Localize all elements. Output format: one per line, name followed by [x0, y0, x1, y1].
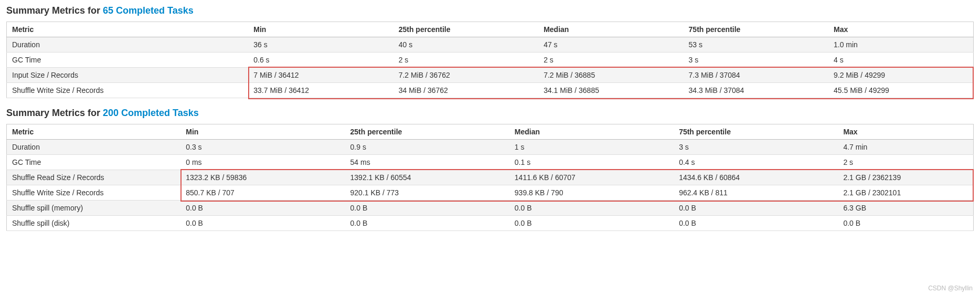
col-min: Min: [180, 124, 345, 140]
cell-p75: 7.3 MiB / 37084: [684, 68, 828, 83]
cell-metric: Shuffle spill (disk): [7, 216, 181, 231]
completed-tasks-link-1[interactable]: 65 Completed Tasks: [103, 5, 194, 16]
cell-min: 33.7 MiB / 36412: [248, 83, 393, 98]
cell-p75: 3 s: [674, 140, 838, 155]
cell-max: 2 s: [838, 155, 973, 170]
cell-max: 2.1 GB / 2302101: [838, 185, 973, 201]
col-median: Median: [538, 22, 683, 37]
cell-max: 45.5 MiB / 49299: [828, 83, 974, 98]
cell-p25: 54 ms: [345, 155, 509, 170]
cell-median: 0.1 s: [509, 155, 674, 170]
cell-p25: 1392.1 KB / 60554: [345, 170, 509, 185]
table-header-row: Metric Min 25th percentile Median 75th p…: [7, 22, 974, 37]
cell-max: 4.7 min: [838, 140, 973, 155]
cell-metric: GC Time: [7, 52, 249, 68]
cell-min: 0.3 s: [180, 140, 345, 155]
cell-median: 939.8 KB / 790: [509, 185, 674, 201]
cell-min: 0 ms: [180, 155, 345, 170]
col-median: Median: [509, 124, 674, 140]
table-row: GC Time 0.6 s 2 s 2 s 3 s 4 s: [7, 52, 974, 68]
cell-min: 36 s: [248, 37, 393, 52]
table-row: GC Time 0 ms 54 ms 0.1 s 0.4 s 2 s: [7, 155, 974, 170]
cell-min: 1323.2 KB / 59836: [180, 170, 345, 185]
cell-p75: 3 s: [684, 52, 828, 68]
cell-metric: Duration: [7, 37, 249, 52]
summary-title-2: Summary Metrics for 200 Completed Tasks: [6, 108, 974, 119]
col-metric: Metric: [7, 124, 181, 140]
cell-median: 2 s: [538, 52, 683, 68]
table-row: Shuffle Write Size / Records 33.7 MiB / …: [7, 83, 974, 98]
table-row: Input Size / Records 7 MiB / 36412 7.2 M…: [7, 68, 974, 83]
col-max: Max: [838, 124, 973, 140]
cell-p25: 7.2 MiB / 36762: [393, 68, 538, 83]
cell-max: 6.3 GB: [838, 201, 973, 216]
table-row: Duration 36 s 40 s 47 s 53 s 1.0 min: [7, 37, 974, 52]
cell-median: 47 s: [538, 37, 683, 52]
cell-min: 850.7 KB / 707: [180, 185, 345, 201]
table-row: Duration 0.3 s 0.9 s 1 s 3 s 4.7 min: [7, 140, 974, 155]
summary-table-2: Metric Min 25th percentile Median 75th p…: [6, 124, 974, 231]
cell-median: 34.1 MiB / 36885: [538, 83, 683, 98]
cell-metric: Input Size / Records: [7, 68, 249, 83]
cell-p75: 0.0 B: [674, 201, 838, 216]
summary-table-wrap-1: Metric Min 25th percentile Median 75th p…: [6, 22, 974, 98]
cell-min: 0.6 s: [248, 52, 393, 68]
cell-p25: 34 MiB / 36762: [393, 83, 538, 98]
table-row: Shuffle spill (disk) 0.0 B 0.0 B 0.0 B 0…: [7, 216, 974, 231]
cell-p75: 53 s: [684, 37, 828, 52]
cell-p25: 920.1 KB / 773: [345, 185, 509, 201]
cell-p25: 40 s: [393, 37, 538, 52]
cell-p75: 962.4 KB / 811: [674, 185, 838, 201]
summary-title-1: Summary Metrics for 65 Completed Tasks: [6, 5, 974, 16]
col-p25: 25th percentile: [345, 124, 509, 140]
cell-median: 0.0 B: [509, 216, 674, 231]
completed-tasks-link-2[interactable]: 200 Completed Tasks: [103, 108, 199, 118]
col-p75: 75th percentile: [674, 124, 838, 140]
table-header-row: Metric Min 25th percentile Median 75th p…: [7, 124, 974, 140]
cell-max: 0.0 B: [838, 216, 973, 231]
cell-p25: 0.0 B: [345, 216, 509, 231]
cell-metric: GC Time: [7, 155, 181, 170]
cell-min: 0.0 B: [180, 216, 345, 231]
cell-p25: 0.0 B: [345, 201, 509, 216]
cell-max: 9.2 MiB / 49299: [828, 68, 974, 83]
summary-table-1: Metric Min 25th percentile Median 75th p…: [6, 22, 974, 98]
cell-p75: 0.0 B: [674, 216, 838, 231]
cell-max: 1.0 min: [828, 37, 974, 52]
cell-metric: Shuffle Write Size / Records: [7, 83, 249, 98]
table-row: Shuffle Read Size / Records 1323.2 KB / …: [7, 170, 974, 185]
col-min: Min: [248, 22, 393, 37]
cell-median: 1411.6 KB / 60707: [509, 170, 674, 185]
cell-max: 4 s: [828, 52, 974, 68]
cell-metric: Duration: [7, 140, 181, 155]
col-p75: 75th percentile: [684, 22, 828, 37]
col-max: Max: [828, 22, 974, 37]
cell-max: 2.1 GB / 2362139: [838, 170, 973, 185]
table-row: Shuffle Write Size / Records 850.7 KB / …: [7, 185, 974, 201]
cell-median: 1 s: [509, 140, 674, 155]
cell-metric: Shuffle Read Size / Records: [7, 170, 181, 185]
cell-p25: 2 s: [393, 52, 538, 68]
cell-min: 7 MiB / 36412: [248, 68, 393, 83]
cell-p75: 34.3 MiB / 37084: [684, 83, 828, 98]
cell-p25: 0.9 s: [345, 140, 509, 155]
summary-title-prefix: Summary Metrics for: [6, 5, 103, 16]
cell-median: 7.2 MiB / 36885: [538, 68, 683, 83]
cell-metric: Shuffle Write Size / Records: [7, 185, 181, 201]
summary-title-prefix: Summary Metrics for: [6, 108, 103, 118]
col-metric: Metric: [7, 22, 249, 37]
cell-p75: 1434.6 KB / 60864: [674, 170, 838, 185]
cell-median: 0.0 B: [509, 201, 674, 216]
cell-metric: Shuffle spill (memory): [7, 201, 181, 216]
col-p25: 25th percentile: [393, 22, 538, 37]
cell-min: 0.0 B: [180, 201, 345, 216]
table-row: Shuffle spill (memory) 0.0 B 0.0 B 0.0 B…: [7, 201, 974, 216]
cell-p75: 0.4 s: [674, 155, 838, 170]
summary-table-wrap-2: Metric Min 25th percentile Median 75th p…: [6, 124, 974, 231]
